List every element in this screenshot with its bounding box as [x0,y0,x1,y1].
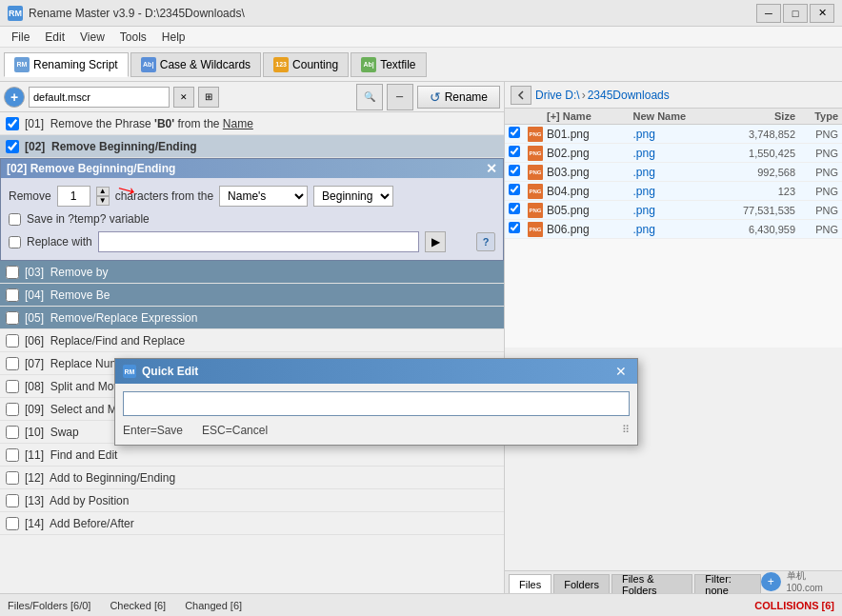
count-spinner: ▲ ▼ [96,187,110,206]
col-name[interactable]: [+] Name [547,110,633,122]
col-icon [528,110,547,122]
step-7-checkbox[interactable] [6,357,19,370]
tab-files[interactable]: Files [509,574,551,593]
col-type[interactable]: Type [795,110,838,122]
help-button[interactable]: ? [476,232,495,251]
script-clear-button[interactable]: ✕ [173,87,194,108]
step-6-checkbox[interactable] [6,334,19,348]
count-input[interactable] [57,186,90,207]
add-filter-button[interactable]: + [761,572,781,591]
file-2-name: B02.png [547,147,633,160]
file-1-checkbox[interactable] [509,127,528,141]
spinner-down[interactable]: ▼ [96,196,110,206]
replace-arrow-button[interactable]: ▶ [425,231,446,252]
quick-edit-title-label: Quick Edit [142,365,198,378]
quick-edit-close-button[interactable]: ✕ [612,363,630,380]
file-6-checkbox[interactable] [509,222,528,236]
step-4-checkbox[interactable] [6,288,19,302]
tab-renaming-script[interactable]: RM Renaming Script [4,52,129,77]
edit-panel-close-button[interactable]: ✕ [486,161,497,176]
script-minus-button[interactable]: ─ [387,84,413,110]
file-row-2[interactable]: PNG B02.png .png 1,550,425 PNG [505,144,842,163]
replace-row: Replace with ▶ ? → [9,231,495,252]
step-10-checkbox[interactable] [6,426,19,439]
step-11[interactable]: [11] Find and Edit [0,444,504,467]
replace-input[interactable] [98,231,419,252]
step-13-checkbox[interactable] [6,494,19,507]
menu-tools[interactable]: Tools [112,29,154,46]
tab-counting[interactable]: 123 Counting [263,52,349,77]
search-button[interactable]: 🔍 [356,84,383,110]
file-2-checkbox[interactable] [509,146,528,160]
step-5[interactable]: [05] Remove/Replace Expression [0,307,504,329]
breadcrumb-folder[interactable]: 2345Downloads [588,89,670,102]
tab-renaming-script-label: Renaming Script [33,58,118,71]
step-6[interactable]: [06] Replace/Find and Replace [0,329,504,352]
script-copy-button[interactable]: ⊞ [198,87,219,108]
minimize-button[interactable]: ─ [756,4,781,23]
save-temp-checkbox[interactable] [9,213,21,226]
step-1[interactable]: [01] Remove the Phrase 'B0' from the Nam… [0,112,504,135]
step-12-checkbox[interactable] [6,471,19,485]
step-14[interactable]: [14] Add Before/After [0,512,504,535]
step-6-label: [06] Replace/Find and Replace [25,334,185,348]
rename-button[interactable]: ↺ Rename [417,86,500,109]
part-select[interactable]: Name's Extension's Full Name's [219,186,308,207]
file-3-checkbox[interactable] [509,165,528,179]
step-2[interactable]: [02] Remove Beginning/Ending [0,135,504,158]
step-11-checkbox[interactable] [6,448,19,462]
menu-edit[interactable]: Edit [37,29,72,46]
file-list: PNG B01.png .png 3,748,852 PNG PNG B02.p… [505,125,842,348]
step-14-checkbox[interactable] [6,517,19,530]
step-13[interactable]: [13] Add by Position [0,489,504,512]
tab-filter[interactable]: Filter: none [694,574,761,593]
left-panel: + ✕ ⊞ 🔍 ─ ↺ Rename [01] Remove the Phras… [0,82,505,593]
file-row-3[interactable]: PNG B03.png .png 992,568 PNG [505,163,842,182]
main-toolbar: RM Renaming Script Ab| Case & Wildcards … [0,48,842,82]
tab-folders[interactable]: Folders [553,574,610,593]
spinner-up[interactable]: ▲ [96,187,110,196]
direction-select[interactable]: Beginning Ending [313,186,393,207]
status-bar: Files/Folders [6/0] Checked [6] Changed … [0,593,842,616]
replace-with-checkbox[interactable] [9,236,21,248]
tab-case-wildcards-label: Case & Wildcards [160,58,251,71]
step-5-checkbox[interactable] [6,311,19,325]
step-8-checkbox[interactable] [6,380,19,393]
step-4[interactable]: [04] Remove Be [0,284,504,307]
file-row-6[interactable]: PNG B06.png .png 6,430,959 PNG [505,220,842,239]
file-5-checkbox[interactable] [509,203,528,217]
drive-toolbar: Drive D:\ › 2345Downloads [505,82,842,109]
drive-back-button[interactable] [511,86,531,105]
file-row-4[interactable]: PNG B04.png .png 123 PNG [505,182,842,201]
step-9-checkbox[interactable] [6,403,19,416]
close-button[interactable]: ✕ [810,4,834,23]
add-script-button[interactable]: + [4,87,25,108]
menu-help[interactable]: Help [154,29,193,46]
quick-edit-input[interactable] [123,391,630,416]
col-size[interactable]: Size [719,110,795,122]
tab-case-wildcards[interactable]: Ab| Case & Wildcards [130,52,261,77]
step-12[interactable]: [12] Add to Beginning/Ending [0,467,504,489]
menu-view[interactable]: View [72,29,112,46]
remove-row: Remove ▲ ▼ characters from the Name's Ex… [9,186,495,207]
file-4-icon: PNG [528,184,543,199]
step-1-checkbox[interactable] [6,117,19,130]
file-row-5[interactable]: PNG B05.png .png 77,531,535 PNG [505,201,842,220]
step-3[interactable]: [03] Remove by [0,261,504,284]
step-11-label: [11] Find and Edit [25,448,117,462]
tab-counting-label: Counting [292,58,338,71]
step-3-checkbox[interactable] [6,266,19,279]
breadcrumb-drive[interactable]: Drive D:\ [535,89,580,102]
maximize-button[interactable]: □ [783,4,808,23]
menu-file[interactable]: File [4,29,37,46]
tab-textfile[interactable]: Ab| Textfile [351,52,426,77]
file-row-1[interactable]: PNG B01.png .png 3,748,852 PNG [505,125,842,144]
status-changed: Changed [6] [185,600,242,611]
file-4-checkbox[interactable] [509,184,528,198]
col-newname[interactable]: New Name [633,110,720,122]
script-filename-input[interactable] [29,87,170,108]
step-2-checkbox[interactable] [6,140,19,153]
step-14-label: [14] Add Before/After [25,517,134,530]
breadcrumb: Drive D:\ › 2345Downloads [535,89,670,102]
tab-files-folders[interactable]: Files & Folders [611,574,692,593]
